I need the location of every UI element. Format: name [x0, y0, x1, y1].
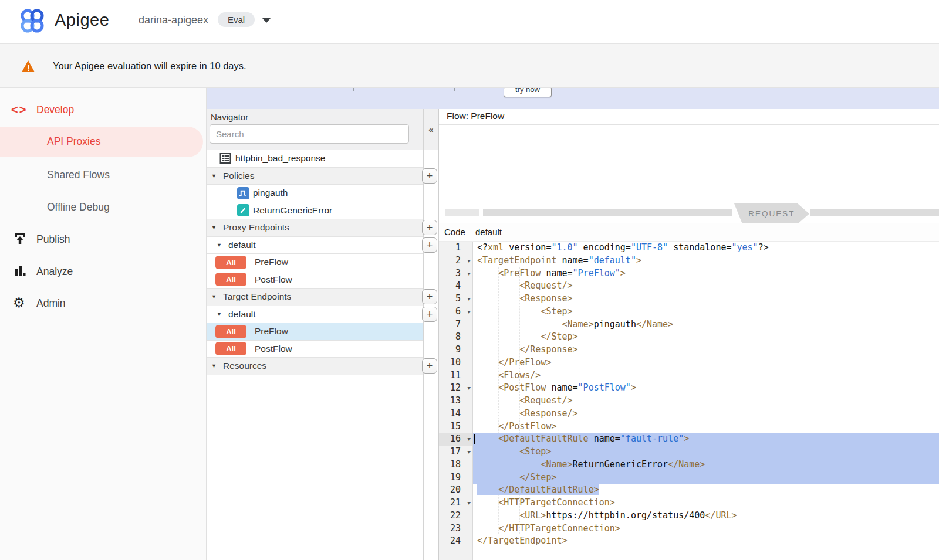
- code-line-2: <TargetEndpoint name="default">: [473, 254, 939, 267]
- sidebar: <> Develop API Proxies Shared Flows Offl…: [0, 88, 207, 560]
- line-number-10: 10: [439, 357, 472, 369]
- flow-line: [810, 209, 939, 216]
- code-line-5: <Response>: [473, 293, 939, 306]
- add-button-policies[interactable]: +: [422, 168, 437, 184]
- fold-toggle-icon[interactable]: ▼: [468, 293, 471, 306]
- condition-badge: All: [215, 256, 246, 269]
- collapse-triangle-icon[interactable]: ▼: [211, 173, 219, 179]
- nav-row-proxy-endpoints-4[interactable]: ▼Proxy Endpoints+: [207, 219, 423, 237]
- request-label: REQUEST: [748, 209, 795, 218]
- add-button-target-endpoints[interactable]: +: [422, 289, 437, 304]
- nav-row-postflow-7[interactable]: AllPostFlow: [207, 271, 423, 289]
- fold-toggle-icon[interactable]: ▼: [468, 497, 471, 510]
- nav-row-httpbin-bad-response-0[interactable]: httpbin_bad_response: [207, 150, 423, 168]
- org-dropdown-caret-icon[interactable]: [262, 18, 271, 23]
- sidebar-item-admin[interactable]: ⚙ Admin: [0, 296, 206, 313]
- line-number-14: 14: [439, 408, 472, 420]
- collapse-triangle-icon[interactable]: ▼: [217, 242, 225, 248]
- fold-toggle-icon[interactable]: ▼: [468, 382, 471, 395]
- sidebar-item-develop[interactable]: <> Develop: [0, 102, 206, 120]
- line-number-12: 12▼: [439, 382, 472, 395]
- raise-fault-policy-icon: [237, 204, 249, 216]
- code-line-15: </PostFlow>: [473, 420, 939, 433]
- collapse-triangle-icon[interactable]: ▼: [217, 311, 225, 317]
- env-badge: Eval: [218, 12, 255, 27]
- collapse-triangle-icon[interactable]: ▼: [211, 225, 219, 230]
- sidebar-item-publish[interactable]: Publish: [0, 232, 206, 249]
- code-line-22: <URL>https://httpbin.org/status/400</URL…: [473, 510, 939, 522]
- code-line-11: <Flows/>: [473, 369, 939, 382]
- fold-toggle-icon[interactable]: ▼: [468, 306, 471, 319]
- line-number-5: 5▼: [439, 293, 472, 306]
- line-number-15: 15: [439, 420, 472, 433]
- line-number-8: 8: [439, 331, 472, 344]
- navigator-panel: Navigator httpbin_bad_response▼Policies+…: [207, 109, 424, 560]
- app-body: <> Develop API Proxies Shared Flows Offl…: [0, 88, 939, 560]
- line-number-17: 17▼: [439, 446, 472, 459]
- sidebar-item-offline-debug[interactable]: Offline Debug: [47, 201, 110, 216]
- nav-row-resources-12[interactable]: ▼Resources+: [207, 358, 423, 375]
- navigator-header: Navigator: [207, 109, 423, 150]
- admin-gear-icon: ⚙: [13, 296, 27, 310]
- warning-icon: [21, 60, 35, 73]
- fold-toggle-icon[interactable]: ▼: [468, 255, 471, 268]
- add-button-proxy-endpoints[interactable]: +: [422, 220, 437, 235]
- code-line-14: <Response/>: [473, 408, 939, 420]
- sidebar-item-shared-flows[interactable]: Shared Flows: [47, 169, 110, 184]
- navigator-search-input[interactable]: [210, 124, 409, 144]
- line-number-24: 24: [439, 535, 472, 548]
- sidebar-item-api-proxies[interactable]: API Proxies: [0, 127, 203, 157]
- collapse-triangle-icon[interactable]: ▼: [211, 294, 219, 300]
- navigator-tree: httpbin_bad_response▼Policies+pingauthRe…: [207, 150, 423, 375]
- add-button-default[interactable]: +: [422, 237, 437, 253]
- nav-row-label: PreFlow: [255, 326, 288, 337]
- line-number-11: 11: [439, 369, 472, 382]
- code-line-13: <Request/>: [473, 395, 939, 408]
- nav-row-returngenericerror-3[interactable]: ReturnGenericError: [207, 202, 423, 220]
- code-line-23: </HTTPTargetConnection>: [473, 522, 939, 535]
- nav-row-label: ReturnGenericError: [253, 205, 332, 216]
- fold-toggle-icon[interactable]: ▼: [468, 446, 471, 459]
- condition-badge: All: [215, 325, 246, 338]
- clipped-toolbar-artifact: [353, 88, 354, 91]
- editor-panels: Navigator httpbin_bad_response▼Policies+…: [207, 109, 939, 560]
- nav-row-preflow-10[interactable]: AllPreFlow: [207, 323, 423, 341]
- fold-toggle-icon[interactable]: ▼: [468, 433, 471, 446]
- code-panel-header: Code default: [439, 223, 939, 242]
- sidebar-item-label: Admin: [36, 297, 66, 310]
- nav-row-policies-1[interactable]: ▼Policies+: [207, 168, 423, 185]
- code-line-21: <HTTPTargetConnection>: [473, 497, 939, 510]
- line-number-22: 22: [439, 510, 472, 522]
- sidebar-item-label: Develop: [36, 104, 74, 116]
- nav-row-label: Proxy Endpoints: [223, 222, 289, 233]
- flow-and-code-panel: Flow: PreFlow REQUEST Code default: [438, 109, 939, 560]
- nav-row-label: Resources: [223, 361, 266, 371]
- nav-row-postflow-11[interactable]: AllPostFlow: [207, 341, 423, 358]
- fold-toggle-icon[interactable]: ▼: [468, 268, 471, 281]
- try-now-button[interactable]: try now: [504, 88, 552, 97]
- nav-row-target-endpoints-8[interactable]: ▼Target Endpoints+: [207, 289, 423, 306]
- code-line-24: </TargetEndpoint>: [473, 535, 939, 548]
- flow-line: [483, 209, 732, 216]
- proxy-list-icon: [219, 152, 231, 164]
- add-button-default[interactable]: +: [422, 307, 437, 322]
- tab-default[interactable]: default: [475, 227, 502, 237]
- code-label: Code: [444, 227, 465, 237]
- nav-row-preflow-6[interactable]: AllPreFlow: [207, 254, 423, 271]
- nav-row-default-9[interactable]: ▼default+: [207, 306, 423, 324]
- collapse-navigator-button[interactable]: «: [424, 124, 438, 134]
- org-name[interactable]: darina-apigeex: [139, 14, 208, 26]
- sidebar-item-analyze[interactable]: Analyze: [0, 264, 206, 281]
- code-line-8: </Step>: [473, 331, 939, 344]
- code-line-4: <Request/>: [473, 280, 939, 293]
- code-text-area[interactable]: <?xml version="1.0" encoding="UTF-8" sta…: [473, 242, 939, 560]
- code-line-3: <PreFlow name="PreFlow">: [473, 267, 939, 280]
- text-cursor: [474, 434, 475, 444]
- nav-row-pingauth-2[interactable]: pingauth: [207, 185, 423, 202]
- code-editor[interactable]: 12▼3▼45▼6▼789101112▼13141516▼17▼18192021…: [439, 242, 939, 560]
- add-button-resources[interactable]: +: [422, 358, 437, 374]
- collapse-triangle-icon[interactable]: ▼: [211, 363, 219, 369]
- top-bar: Apigee darina-apigeex Eval: [0, 0, 939, 44]
- condition-badge: All: [215, 342, 246, 355]
- nav-row-default-5[interactable]: ▼default+: [207, 237, 423, 254]
